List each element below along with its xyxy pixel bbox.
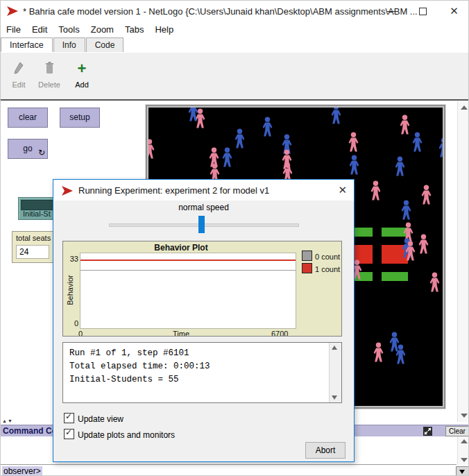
- dialog-speed-label: normal speed: [53, 203, 354, 212]
- prompt-dropdown-button[interactable]: [456, 466, 469, 476]
- legend-entry: 0 count turtles with ...: [302, 250, 342, 263]
- pencil-icon: [8, 61, 30, 78]
- edit-widget-button[interactable]: Edit: [8, 61, 30, 89]
- clear-command-center-button[interactable]: Clear: [445, 426, 469, 436]
- plus-icon: +: [71, 61, 92, 78]
- expand-icon[interactable]: [423, 427, 432, 436]
- checkbox-checked-icon: [64, 413, 74, 423]
- menu-item-tools[interactable]: Tools: [53, 22, 85, 37]
- tab-code[interactable]: Code: [86, 37, 124, 52]
- checkbox-update-plots-and-monitors[interactable]: Update plots and monitors: [64, 429, 175, 440]
- go-button[interactable]: go ↻: [8, 139, 48, 159]
- delete-label: Delete: [38, 80, 60, 89]
- running-experiment-dialog: Running Experiment: experiment 2 for mod…: [53, 179, 355, 462]
- scroll-up-icon[interactable]: [461, 105, 468, 110]
- clear-button[interactable]: clear: [8, 108, 48, 128]
- dialog-title-bar: Running Experiment: experiment 2 for mod…: [53, 180, 354, 201]
- checkbox-update-view[interactable]: Update view: [64, 413, 123, 424]
- command-center-scrollbar[interactable]: [457, 436, 469, 465]
- male-student-agent: [187, 108, 199, 121]
- male-student-agent: [394, 156, 406, 176]
- female-student-agent: [418, 234, 429, 254]
- checkbox-label: Update view: [78, 414, 123, 424]
- window-title: * Bahria cafe model version 1 - NetLogo …: [23, 6, 418, 17]
- tab-info[interactable]: Info: [53, 37, 85, 52]
- plot-series-line: [80, 270, 296, 271]
- maximize-button[interactable]: [407, 1, 438, 22]
- output-line: Initial-Students = 55: [69, 373, 210, 386]
- female-student-agent: [404, 241, 416, 261]
- output-scrollbar[interactable]: [329, 343, 341, 402]
- tab-bar: InterfaceInfoCode: [1, 37, 469, 53]
- close-button[interactable]: ✕: [438, 1, 469, 22]
- menu-item-file[interactable]: File: [1, 22, 26, 37]
- legend-label: 0 count turtles with ...: [315, 253, 342, 261]
- scroll-down-icon[interactable]: [461, 414, 468, 418]
- male-student-agent: [411, 132, 423, 152]
- slider-label: Initial-St: [23, 210, 51, 218]
- output-line: Run #1 of 1, step #6101: [69, 347, 210, 360]
- tab-interface[interactable]: Interface: [1, 37, 53, 52]
- dialog-title: Running Experiment: experiment 2 for mod…: [78, 185, 269, 196]
- dialog-close-icon[interactable]: ✕: [338, 184, 347, 196]
- plot-title: Behavior Plot: [63, 243, 299, 253]
- seat-rect: [382, 272, 408, 281]
- title-bar: * Bahria cafe model version 1 - NetLogo …: [1, 1, 469, 22]
- x-axis-tick: 6700: [271, 330, 288, 337]
- female-student-agent: [429, 272, 441, 292]
- legend-swatch-icon: [302, 250, 312, 261]
- edit-label: Edit: [12, 80, 26, 89]
- splitter-handle[interactable]: ▲▼: [2, 418, 13, 423]
- legend-swatch-icon: [302, 263, 312, 273]
- menu-item-tabs[interactable]: Tabs: [119, 22, 149, 37]
- go-label: go: [23, 144, 32, 153]
- female-student-agent: [370, 180, 382, 201]
- legend-entry: 1 count turtles with ...: [302, 263, 342, 275]
- male-student-agent: [348, 155, 360, 175]
- command-line: observer>: [1, 466, 469, 476]
- scroll-up-icon[interactable]: [461, 439, 468, 443]
- female-student-agent: [420, 185, 432, 205]
- female-student-agent: [399, 114, 411, 135]
- scroll-down-icon[interactable]: [461, 458, 468, 462]
- experiment-output-text: Run #1 of 1, step #6101Total elapsed tim…: [69, 347, 210, 386]
- checkbox-label: Update plots and monitors: [78, 430, 175, 440]
- female-student-agent: [148, 139, 155, 159]
- observer-prompt: observer>: [2, 466, 42, 476]
- checkbox-checked-icon: [64, 429, 74, 439]
- menu-item-edit[interactable]: Edit: [26, 22, 53, 37]
- female-student-agent: [373, 342, 384, 362]
- plot-series-line: [80, 260, 296, 261]
- minimize-button[interactable]: —: [376, 1, 407, 22]
- male-student-agent: [262, 117, 273, 137]
- add-label: Add: [75, 80, 89, 89]
- scroll-up-icon[interactable]: [332, 346, 337, 350]
- add-widget-button[interactable]: + Add: [71, 61, 92, 89]
- experiment-output-box: Run #1 of 1, step #6101Total elapsed tim…: [62, 342, 342, 403]
- monitor-value: 24: [16, 245, 49, 259]
- female-student-agent: [348, 132, 359, 152]
- menu-bar: FileEditToolsZoomTabsHelp: [1, 22, 469, 37]
- setup-button[interactable]: setup: [60, 108, 100, 128]
- scroll-down-icon[interactable]: [332, 396, 337, 400]
- male-student-agent: [234, 128, 246, 148]
- menu-item-help[interactable]: Help: [149, 22, 179, 37]
- male-student-agent: [330, 108, 342, 124]
- netlogo-window: * Bahria cafe model version 1 - NetLogo …: [0, 0, 469, 476]
- y-axis-label: Behavior: [66, 252, 74, 328]
- main-scrollbar[interactable]: [457, 101, 469, 422]
- delete-widget-button[interactable]: Delete: [35, 61, 63, 89]
- trash-icon: [35, 61, 63, 78]
- male-student-agent: [221, 147, 233, 167]
- menu-item-zoom[interactable]: Zoom: [85, 22, 119, 37]
- forever-icon: ↻: [38, 148, 45, 157]
- output-line: Total elapsed time: 0:00:13: [69, 360, 210, 373]
- dialog-speed-handle[interactable]: [198, 216, 205, 233]
- plot-legend: 0 count turtles with ...1 count turtles …: [302, 250, 342, 275]
- behavior-plot: Behavior Plot 33 0 Behavior 0 Time 6700 …: [62, 241, 342, 337]
- plot-area: [80, 253, 296, 329]
- x-axis-label: Time: [63, 330, 299, 337]
- male-student-agent: [395, 344, 407, 364]
- abort-button[interactable]: Abort: [305, 442, 346, 459]
- monitor-label: total seats: [16, 234, 51, 242]
